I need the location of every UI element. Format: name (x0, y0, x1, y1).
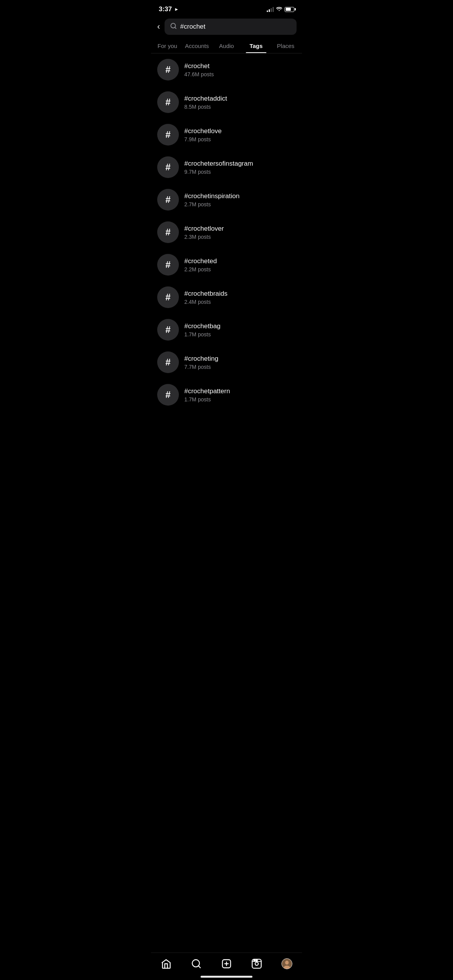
battery-icon (285, 7, 294, 12)
tag-name: #crochetinspiration (184, 192, 240, 200)
tag-avatar: # (157, 221, 179, 243)
search-bar[interactable]: #crochet (165, 19, 297, 35)
tab-tags[interactable]: Tags (241, 39, 271, 53)
tab-accounts[interactable]: Accounts (182, 39, 211, 53)
wifi-icon (276, 6, 282, 12)
hash-symbol: # (165, 129, 170, 140)
back-button[interactable]: ‹ (156, 20, 161, 33)
tag-count: 2.2M posts (184, 266, 217, 272)
tag-info: #crochetlove 7.9M posts (184, 127, 221, 142)
tag-count: 2.3M posts (184, 234, 224, 240)
tag-item[interactable]: # #crochetlove 7.9M posts (151, 118, 302, 151)
tag-count: 2.7M posts (184, 201, 240, 207)
tag-name: #crochetbraids (184, 290, 228, 298)
hash-symbol: # (165, 292, 170, 303)
tag-item[interactable]: # #crocheting 7.7M posts (151, 346, 302, 379)
tag-item[interactable]: # #crochetbag 1.7M posts (151, 314, 302, 346)
status-icons (267, 6, 294, 12)
tag-info: #crocheted 2.2M posts (184, 257, 217, 272)
tag-avatar: # (157, 254, 179, 276)
tag-count: 1.7M posts (184, 396, 230, 403)
hash-symbol: # (165, 324, 170, 335)
hash-symbol: # (165, 227, 170, 238)
tag-count: 1.7M posts (184, 331, 221, 338)
tag-avatar: # (157, 59, 179, 81)
tag-item[interactable]: # #crocheted 2.2M posts (151, 248, 302, 281)
tag-count: 47.6M posts (184, 71, 214, 77)
status-time: 3:37 ► (159, 5, 179, 13)
tag-name: #crocheting (184, 355, 218, 363)
tag-name: #crochetpattern (184, 387, 230, 395)
search-query: #crochet (180, 23, 205, 31)
tag-count: 8.5M posts (184, 104, 227, 110)
hash-symbol: # (165, 389, 170, 400)
tag-info: #crochet 47.6M posts (184, 62, 214, 77)
tag-info: #crochetinspiration 2.7M posts (184, 192, 240, 207)
search-row: ‹ #crochet (151, 16, 302, 39)
svg-line-1 (175, 27, 176, 28)
tag-name: #crochetlove (184, 127, 221, 135)
tag-item[interactable]: # #crochetlover 2.3M posts (151, 216, 302, 248)
tag-item[interactable]: # #crochetpattern 1.7M posts (151, 379, 302, 411)
tag-item[interactable]: # #crochetbraids 2.4M posts (151, 281, 302, 314)
tag-info: #crochetbraids 2.4M posts (184, 290, 228, 305)
tag-name: #crochet (184, 62, 214, 70)
tag-item[interactable]: # #crochetinspiration 2.7M posts (151, 183, 302, 216)
tag-item[interactable]: # #crochetersofinstagram 9.7M posts (151, 151, 302, 183)
tag-name: #crocheted (184, 257, 217, 265)
tag-info: #crochetbag 1.7M posts (184, 322, 221, 338)
signal-icon (267, 7, 274, 12)
tag-name: #crochetaddict (184, 95, 227, 103)
tag-name: #crochetersofinstagram (184, 160, 253, 168)
tab-places[interactable]: Places (271, 39, 300, 53)
tag-avatar: # (157, 189, 179, 211)
tag-info: #crochetersofinstagram 9.7M posts (184, 160, 253, 175)
tag-item[interactable]: # #crochet 47.6M posts (151, 53, 302, 86)
tag-count: 9.7M posts (184, 169, 253, 175)
tag-info: #crocheting 7.7M posts (184, 355, 218, 370)
tag-avatar: # (157, 286, 179, 308)
tag-info: #crochetpattern 1.7M posts (184, 387, 230, 403)
tab-audio[interactable]: Audio (212, 39, 241, 53)
tag-count: 2.4M posts (184, 299, 228, 305)
tag-avatar: # (157, 156, 179, 178)
tag-avatar: # (157, 124, 179, 146)
tag-avatar: # (157, 91, 179, 113)
tag-count: 7.7M posts (184, 364, 218, 370)
tag-info: #crochetaddict 8.5M posts (184, 95, 227, 110)
hash-symbol: # (165, 194, 170, 205)
hash-symbol: # (165, 97, 170, 108)
tag-count: 7.9M posts (184, 136, 221, 142)
tag-avatar: # (157, 384, 179, 406)
hash-symbol: # (165, 259, 170, 270)
tabs-row: For you Accounts Audio Tags Places (151, 39, 302, 53)
tag-name: #crochetlover (184, 225, 224, 233)
search-icon (170, 22, 177, 31)
hash-symbol: # (165, 357, 170, 368)
location-icon: ► (174, 7, 179, 12)
tag-info: #crochetlover 2.3M posts (184, 225, 224, 240)
hash-symbol: # (165, 64, 170, 75)
tag-avatar: # (157, 351, 179, 373)
tag-list: # #crochet 47.6M posts # #crochetaddict … (151, 53, 302, 411)
hash-symbol: # (165, 162, 170, 173)
tag-avatar: # (157, 319, 179, 341)
tag-name: #crochetbag (184, 322, 221, 330)
tag-item[interactable]: # #crochetaddict 8.5M posts (151, 86, 302, 118)
tab-for-you[interactable]: For you (153, 39, 182, 53)
status-bar: 3:37 ► (151, 0, 302, 16)
